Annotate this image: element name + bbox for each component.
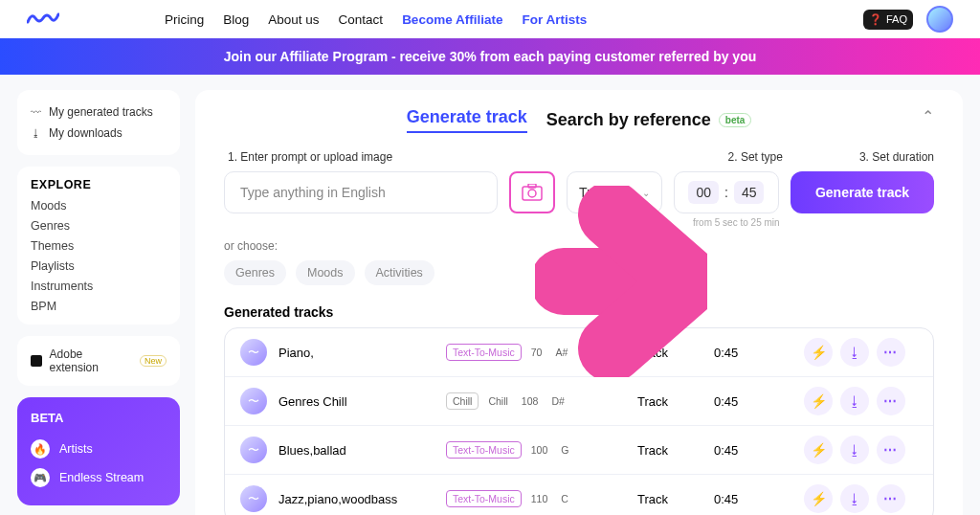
beta-artists[interactable]: 🔥Artists (31, 435, 167, 463)
tab-generate-track[interactable]: Generate track (407, 107, 527, 133)
track-tags: Text-To-Music110C (446, 490, 637, 507)
track-duration: 0:45 (714, 346, 781, 360)
track-title: Genres Chill (278, 394, 446, 409)
new-badge: New (140, 355, 167, 367)
table-row[interactable]: 〜Blues,balladText-To-Music100GTrack0:45⚡… (225, 426, 933, 475)
explore-playlists[interactable]: Playlists (31, 259, 167, 273)
chip-activities[interactable]: Activities (365, 260, 434, 285)
bolt-icon[interactable]: ⚡ (804, 387, 833, 415)
more-icon[interactable]: ⋯ (877, 387, 905, 415)
avatar[interactable] (926, 6, 953, 33)
wave-icon: 〰 (31, 106, 41, 118)
table-row[interactable]: 〜Jazz,piano,woodbassText-To-Music110CTra… (225, 475, 933, 515)
camera-icon (522, 184, 543, 201)
explore-bpm[interactable]: BPM (31, 300, 167, 313)
controller-icon: 🎮 (31, 468, 50, 487)
minutes-field[interactable]: 00 (688, 181, 719, 204)
table-row[interactable]: 〜Genres ChillChillChill108D#Track0:45⚡⭳⋯ (225, 377, 933, 426)
bolt-icon[interactable]: ⚡ (804, 338, 833, 367)
track-duration: 0:45 (714, 492, 781, 506)
type-select[interactable]: Track⌄ (567, 171, 662, 213)
download-icon[interactable]: ⭳ (840, 338, 869, 367)
bolt-icon[interactable]: ⚡ (804, 484, 833, 513)
download-icon[interactable]: ⭳ (840, 387, 869, 415)
track-icon: 〜 (240, 339, 267, 366)
table-row[interactable]: 〜Piano,Text-To-Music70A#Track0:45⚡⭳⋯ (225, 328, 933, 377)
prompt-input[interactable]: Type anything in English (224, 171, 498, 213)
download-icon: ⭳ (31, 127, 41, 139)
nav-about[interactable]: About us (268, 12, 319, 27)
track-tags: ChillChill108D# (446, 392, 637, 410)
faq-button[interactable]: ❓FAQ (863, 10, 913, 30)
track-tags: Text-To-Music70A# (446, 344, 637, 361)
download-icon[interactable]: ⭳ (840, 436, 869, 464)
generated-tracks-heading: Generated tracks (224, 304, 934, 320)
flame-icon: 🔥 (31, 439, 50, 459)
track-type: Track (637, 346, 714, 360)
track-icon: 〜 (240, 485, 267, 512)
nav-contact[interactable]: Contact (339, 12, 384, 27)
sidebar-downloads[interactable]: ⭳My downloads (31, 123, 167, 144)
nav-blog[interactable]: Blog (223, 12, 249, 27)
chip-moods[interactable]: Moods (296, 260, 355, 285)
more-icon[interactable]: ⋯ (877, 338, 905, 367)
nav-pricing[interactable]: Pricing (165, 12, 204, 27)
explore-instruments[interactable]: Instruments (31, 280, 167, 293)
track-title: Jazz,piano,woodbass (278, 492, 446, 506)
step3-label: 3. Set duration (859, 150, 934, 164)
collapse-icon[interactable]: ⌃ (922, 107, 934, 125)
logo-icon[interactable] (27, 7, 59, 32)
svg-rect-2 (528, 184, 536, 188)
track-title: Piano, (278, 346, 446, 360)
chevron-down-icon: ⌄ (642, 188, 650, 198)
beta-endless-stream[interactable]: 🎮Endless Stream (31, 463, 167, 492)
or-choose-label: or choose: (224, 239, 934, 253)
track-duration: 0:45 (714, 443, 781, 458)
track-icon: 〜 (240, 437, 267, 463)
step2-label: 2. Set type (728, 150, 783, 164)
duration-input[interactable]: 00 : 45 (674, 171, 779, 213)
svg-rect-0 (523, 187, 542, 200)
upload-image-button[interactable] (509, 171, 555, 213)
nav-affiliate[interactable]: Become Affiliate (402, 12, 502, 27)
svg-point-1 (528, 190, 536, 197)
seconds-field[interactable]: 45 (734, 181, 765, 204)
affiliate-banner[interactable]: Join our Affiliate Program - receive 30%… (0, 38, 980, 75)
more-icon[interactable]: ⋯ (877, 484, 905, 513)
bolt-icon[interactable]: ⚡ (804, 436, 833, 464)
sidebar-generated-tracks[interactable]: 〰My generated tracks (31, 101, 167, 123)
beta-heading: BETA (31, 411, 167, 425)
beta-badge: beta (719, 113, 752, 127)
track-duration: 0:45 (714, 394, 781, 409)
explore-themes[interactable]: Themes (31, 239, 167, 253)
track-type: Track (637, 492, 714, 506)
adobe-icon (31, 355, 42, 367)
chip-genres[interactable]: Genres (224, 260, 286, 285)
tab-search-reference[interactable]: Search by referencebeta (546, 110, 752, 130)
more-icon[interactable]: ⋯ (877, 436, 905, 464)
explore-moods[interactable]: Moods (31, 199, 167, 213)
download-icon[interactable]: ⭳ (840, 484, 869, 513)
track-tags: Text-To-Music100G (446, 441, 637, 459)
track-type: Track (637, 443, 714, 458)
explore-heading: EXPLORE (31, 178, 167, 191)
step1-label: 1. Enter prompt or upload image (228, 150, 392, 164)
generate-track-button[interactable]: Generate track (791, 171, 934, 213)
nav-artists[interactable]: For Artists (522, 12, 587, 27)
adobe-extension-link[interactable]: Adobe extension New (31, 347, 167, 374)
duration-hint: from 5 sec to 25 min (693, 217, 934, 228)
track-icon: 〜 (240, 388, 267, 414)
explore-genres[interactable]: Genres (31, 219, 167, 233)
track-title: Blues,ballad (278, 443, 446, 458)
track-type: Track (637, 394, 714, 409)
